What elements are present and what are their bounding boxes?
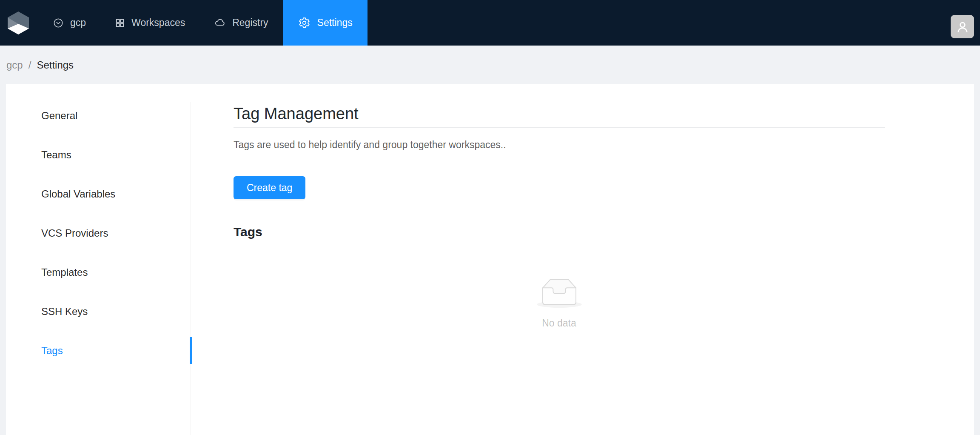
chevron-down-circle-icon [53, 18, 63, 28]
top-nav: gcp Workspaces Registry Settings [0, 0, 980, 46]
sidebar-item-global-variables[interactable]: Global Variables [6, 180, 191, 207]
sidebar-item-tags[interactable]: Tags [6, 337, 191, 364]
breadcrumb-separator: / [28, 59, 31, 71]
page-description: Tags are used to help identify and group… [234, 139, 885, 151]
user-avatar-button[interactable] [951, 15, 974, 38]
empty-state: No data [234, 276, 885, 329]
nav-item-label: gcp [70, 17, 86, 29]
app-logo[interactable] [8, 11, 29, 34]
breadcrumb-current: Settings [37, 59, 74, 71]
nav-item-workspaces[interactable]: Workspaces [115, 0, 185, 46]
empty-state-text: No data [234, 317, 885, 329]
breadcrumb-org-link[interactable]: gcp [6, 59, 23, 71]
page-title: Tag Management [234, 104, 885, 128]
nav-item-settings[interactable]: Settings [283, 0, 368, 46]
app-grid-icon [115, 18, 125, 28]
nav-item-label: Settings [317, 17, 353, 29]
inbox-icon [536, 276, 583, 309]
sidebar-item-teams[interactable]: Teams [6, 141, 191, 168]
sidebar-item-general[interactable]: General [6, 102, 191, 129]
breadcrumb: gcp / Settings [0, 46, 980, 84]
cloud-icon [214, 17, 225, 29]
tag-management-panel: Tag Management Tags are used to help ide… [191, 102, 974, 435]
nav-item-label: Registry [232, 17, 268, 29]
nav-item-registry[interactable]: Registry [214, 0, 268, 46]
sidebar-item-vcs-providers[interactable]: VCS Providers [6, 220, 191, 246]
sidebar-item-templates[interactable]: Templates [6, 259, 191, 286]
user-icon [955, 19, 970, 34]
nav-item-organization[interactable]: gcp [53, 0, 86, 46]
create-tag-button[interactable]: Create tag [234, 176, 305, 199]
cube-logo-icon [8, 11, 29, 34]
settings-card: General Teams Global Variables VCS Provi… [6, 84, 974, 435]
nav-item-label: Workspaces [131, 17, 185, 29]
sidebar-item-ssh-keys[interactable]: SSH Keys [6, 298, 191, 325]
gear-icon [298, 17, 311, 29]
tags-section-heading: Tags [234, 225, 885, 239]
settings-side-menu: General Teams Global Variables VCS Provi… [6, 102, 191, 435]
